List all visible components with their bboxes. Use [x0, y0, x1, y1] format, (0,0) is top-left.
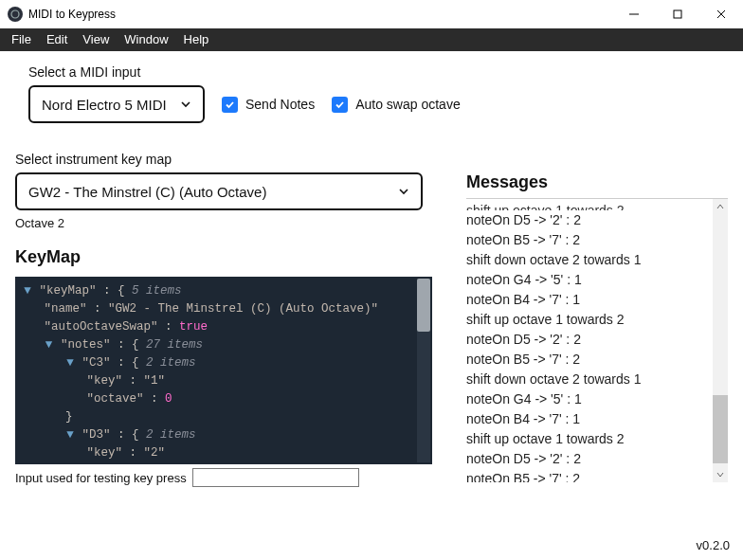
keymap-select-label: Select instrument key map	[15, 152, 728, 167]
window-title: MIDI to Keypress	[28, 8, 116, 21]
message-line: shift down octave 2 towards 1	[466, 370, 728, 389]
checkbox-checked-icon	[222, 97, 238, 113]
message-line: noteOn B4 -> '7' : 1	[466, 409, 728, 429]
send-notes-label: Send Notes	[245, 97, 315, 112]
send-notes-checkbox[interactable]: Send Notes	[222, 97, 315, 113]
midi-input-label: Select a MIDI input	[28, 64, 728, 80]
json-viewer[interactable]: ▼ "keyMap" : { 5 items "name" : "GW2 - T…	[15, 277, 432, 464]
message-line: noteOn B5 -> '7' : 2	[466, 230, 728, 250]
message-line: noteOn D5 -> '2' : 2	[466, 210, 728, 230]
version-label: v0.2.0	[697, 538, 730, 552]
message-line: noteOn G4 -> '5' : 1	[466, 389, 728, 409]
scroll-down-icon[interactable]	[713, 467, 728, 482]
message-line: noteOn B5 -> '7' : 2	[466, 469, 728, 482]
svg-point-0	[11, 10, 19, 18]
titlebar: MIDI to Keypress	[0, 0, 743, 28]
midi-input-value: Nord Electro 5 MIDI	[42, 97, 167, 113]
menu-edit[interactable]: Edit	[39, 28, 75, 51]
message-line: noteOn B4 -> '7' : 1	[466, 290, 728, 310]
checkbox-checked-icon	[332, 97, 348, 113]
keymap-select[interactable]: GW2 - The Minstrel (C) (Auto Octave)	[15, 172, 423, 210]
message-line: shift down octave 2 towards 1	[466, 250, 728, 270]
chevron-down-icon	[180, 99, 191, 110]
scroll-up-icon[interactable]	[713, 199, 728, 214]
messages-scrollbar-thumb[interactable]	[713, 395, 728, 463]
message-line: noteOn B5 -> '7' : 2	[466, 350, 728, 370]
messages-heading: Messages	[466, 172, 728, 192]
keymap-heading: KeyMap	[15, 247, 432, 267]
auto-swap-checkbox[interactable]: Auto swap octave	[332, 97, 461, 113]
app-icon	[8, 7, 23, 22]
message-line: shift up octave 1 towards 2	[466, 429, 728, 449]
message-line: noteOn D5 -> '2' : 2	[466, 330, 728, 350]
message-line: noteOn G4 -> '5' : 1	[466, 270, 728, 290]
message-line: shift up octave 1 towards 2	[466, 201, 728, 210]
message-line: shift up octave 1 towards 2	[466, 310, 728, 330]
menu-view[interactable]: View	[75, 28, 117, 51]
svg-rect-2	[674, 10, 681, 18]
maximize-button[interactable]	[656, 0, 699, 28]
test-input-label: Input used for testing key press	[15, 471, 187, 485]
menu-help[interactable]: Help	[176, 28, 217, 51]
keymap-select-value: GW2 - The Minstrel (C) (Auto Octave)	[28, 184, 266, 200]
minimize-button[interactable]	[612, 0, 656, 28]
midi-input-select[interactable]: Nord Electro 5 MIDI	[28, 85, 205, 123]
octave-label: Octave 2	[15, 216, 432, 230]
chevron-down-icon	[398, 186, 409, 197]
test-input[interactable]	[192, 468, 359, 487]
auto-swap-label: Auto swap octave	[355, 97, 461, 112]
menubar: File Edit View Window Help	[0, 28, 743, 51]
json-scrollbar-thumb[interactable]	[417, 279, 430, 332]
menu-file[interactable]: File	[4, 28, 39, 51]
message-line: noteOn D5 -> '2' : 2	[466, 449, 728, 469]
messages-list[interactable]: shift up octave 1 towards 2 noteOn D5 ->…	[466, 198, 728, 482]
close-button[interactable]	[699, 0, 743, 28]
menu-window[interactable]: Window	[117, 28, 175, 51]
